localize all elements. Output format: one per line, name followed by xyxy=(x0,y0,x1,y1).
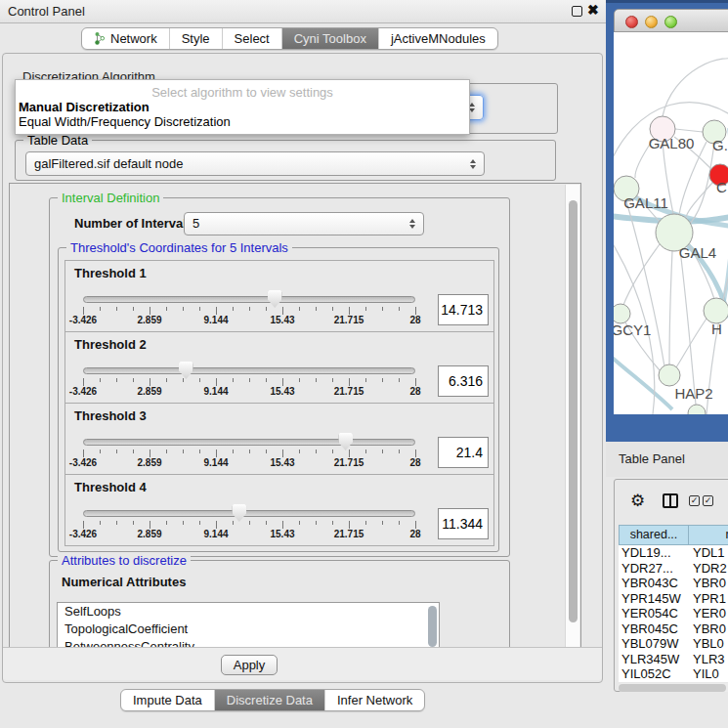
tab-cyni-toolbox[interactable]: Cyni Toolbox xyxy=(281,28,378,49)
table-cell[interactable]: YBL0 xyxy=(689,636,728,652)
tab-jactivemnodules[interactable]: jActiveMNodules xyxy=(378,28,497,49)
tab-style[interactable]: Style xyxy=(169,28,222,49)
slider-tick-labels: -3.4262.8599.14415.4321.71528 xyxy=(83,315,415,326)
slider-track[interactable] xyxy=(83,296,415,303)
table-data-groupbox: Table Data galFiltered.sif default node xyxy=(15,140,556,181)
table-row[interactable]: YBR043CYBR0 xyxy=(619,576,728,591)
scrollbar-thumb[interactable] xyxy=(619,684,726,692)
column-header-name[interactable]: na xyxy=(689,525,728,545)
attribute-list-item[interactable]: SelfLoops xyxy=(58,603,439,621)
threshold-row: Threshold 2-3.4262.8599.14415.4321.71528… xyxy=(64,331,494,404)
table-cell[interactable]: YPR1 xyxy=(689,591,728,607)
table-data-group-label: Table Data xyxy=(23,133,92,148)
table-row[interactable]: YPR145WYPR1 xyxy=(619,591,728,607)
slider-thumb[interactable] xyxy=(232,504,246,522)
slider-thumb[interactable] xyxy=(179,362,193,379)
network-node[interactable] xyxy=(688,405,706,414)
checkbox-icon[interactable]: ✓ xyxy=(703,495,713,506)
threshold-value-field[interactable]: 11.344 xyxy=(438,508,489,539)
apply-bar: Apply xyxy=(3,647,602,680)
slider-track[interactable] xyxy=(83,367,415,374)
table-cell[interactable]: YIL052C xyxy=(619,666,689,682)
node-table[interactable]: shared... na YDL19...YDL1YDR27...YDR2YBR… xyxy=(619,525,728,682)
close-traffic-light[interactable] xyxy=(625,16,638,28)
dropdown-item[interactable]: Manual Discretization xyxy=(16,100,469,114)
table-row[interactable]: YDR27...YDR2 xyxy=(619,561,728,577)
network-icon xyxy=(94,31,106,46)
number-of-intervals-combo[interactable]: 5 xyxy=(184,212,424,236)
table-row[interactable]: YIL052CYIL0 xyxy=(619,666,728,682)
table-row[interactable]: YBR045CYBR0 xyxy=(619,621,728,637)
tab-infer-network[interactable]: Infer Network xyxy=(324,690,424,710)
node-label: H xyxy=(711,321,722,337)
dropdown-item[interactable]: Equal Width/Frequency Discretization xyxy=(16,114,469,129)
tab-discretize-data[interactable]: Discretize Data xyxy=(214,690,324,710)
table-cell[interactable]: YBR0 xyxy=(689,576,728,591)
threshold-value-field[interactable]: 21.4 xyxy=(438,437,489,468)
float-window-icon[interactable] xyxy=(572,6,582,17)
close-icon[interactable]: ✖ xyxy=(587,2,599,18)
network-node[interactable] xyxy=(614,304,630,323)
bottom-tab-strip: Impute DataDiscretize DataInfer Network xyxy=(120,689,425,711)
tab-impute-data[interactable]: Impute Data xyxy=(121,690,214,710)
column-header-shared-name[interactable]: shared... xyxy=(619,525,689,545)
vertical-scrollbar[interactable] xyxy=(565,185,579,648)
node-label: GAL80 xyxy=(649,135,695,151)
numerical-attributes-list[interactable]: SelfLoopsTopologicalCoefficientBetweenne… xyxy=(57,602,440,650)
table-row[interactable]: YLR345WYLR3 xyxy=(619,652,728,667)
table-cell[interactable]: YBR043C xyxy=(619,576,689,591)
table-panel: ⚙ ✓ ✓ shared... na YDL19...YDL1YDR27...Y… xyxy=(614,479,728,692)
tab-select[interactable]: Select xyxy=(222,28,281,49)
interval-definition-label: Interval Definition xyxy=(58,191,163,205)
table-cell[interactable]: YLR3 xyxy=(689,652,728,667)
node-label: GAL4 xyxy=(679,244,716,261)
tab-label: Cyni Toolbox xyxy=(294,28,366,49)
dropdown-placeholder: Select algorithm to view settings xyxy=(16,80,469,100)
table-cell[interactable]: YDL1 xyxy=(689,545,728,561)
table-row[interactable]: YBL079WYBL0 xyxy=(619,636,728,652)
node-label: G. xyxy=(712,137,728,153)
horizontal-scrollbar[interactable] xyxy=(618,683,728,692)
network-node[interactable] xyxy=(659,364,680,386)
checkbox-icon[interactable]: ✓ xyxy=(689,495,700,506)
slider-track[interactable] xyxy=(83,439,415,446)
slider-thumb[interactable] xyxy=(268,290,282,308)
table-cell[interactable]: YDL19... xyxy=(619,545,689,561)
threshold-value-field[interactable]: 14.713 xyxy=(438,294,489,325)
thresholds-group-label: Threshold's Coordinates for 5 Intervals xyxy=(66,240,292,255)
table-cell[interactable]: YER054C xyxy=(619,606,689,621)
table-cell[interactable]: YPR145W xyxy=(619,591,689,607)
network-window-titlebar xyxy=(614,9,728,32)
table-row[interactable]: YER054CYER0 xyxy=(619,606,728,621)
tab-network[interactable]: Network xyxy=(82,28,169,49)
threshold-value-field[interactable]: 6.316 xyxy=(438,365,489,397)
table-cell[interactable]: YBR045C xyxy=(619,621,689,637)
table-header-row: shared... na xyxy=(619,525,728,545)
table-cell[interactable]: YBL079W xyxy=(619,636,689,652)
network-canvas[interactable]: GAL80G.CGAL11GAL4GCY1HHAP2 xyxy=(614,32,728,414)
table-cell[interactable]: YBR0 xyxy=(689,621,728,637)
table-panel-toolbar: ⚙ ✓ ✓ xyxy=(615,488,728,517)
attribute-list-item[interactable]: TopologicalCoefficient xyxy=(58,621,439,638)
slider-track[interactable] xyxy=(83,510,415,517)
combo-arrows-icon xyxy=(409,218,416,230)
tab-label: Infer Network xyxy=(337,690,412,710)
table-cell[interactable]: YDR27... xyxy=(619,561,689,577)
columns-icon[interactable] xyxy=(663,493,678,508)
minimize-traffic-light[interactable] xyxy=(645,16,658,28)
table-cell[interactable]: YIL0 xyxy=(689,666,728,682)
table-row[interactable]: YDL19...YDL1 xyxy=(619,545,728,561)
table-data-combo[interactable]: galFiltered.sif default node xyxy=(25,151,485,176)
screen: Control Panel ✖ NetworkStyleSelectCyni T… xyxy=(0,0,728,728)
slider-thumb[interactable] xyxy=(338,433,353,450)
table-data-combo-value: galFiltered.sif default node xyxy=(34,156,183,171)
scrollbar-thumb[interactable] xyxy=(569,200,578,622)
zoom-traffic-light[interactable] xyxy=(664,16,677,28)
table-cell[interactable]: YER0 xyxy=(689,606,728,621)
apply-button[interactable]: Apply xyxy=(221,655,278,675)
slider-tick-labels: -3.4262.8599.14415.4321.71528 xyxy=(83,457,415,469)
table-cell[interactable]: YDR2 xyxy=(689,561,728,577)
gear-icon[interactable]: ⚙ xyxy=(630,491,645,511)
list-scrollbar-thumb[interactable] xyxy=(428,606,437,647)
table-cell[interactable]: YLR345W xyxy=(619,652,689,667)
